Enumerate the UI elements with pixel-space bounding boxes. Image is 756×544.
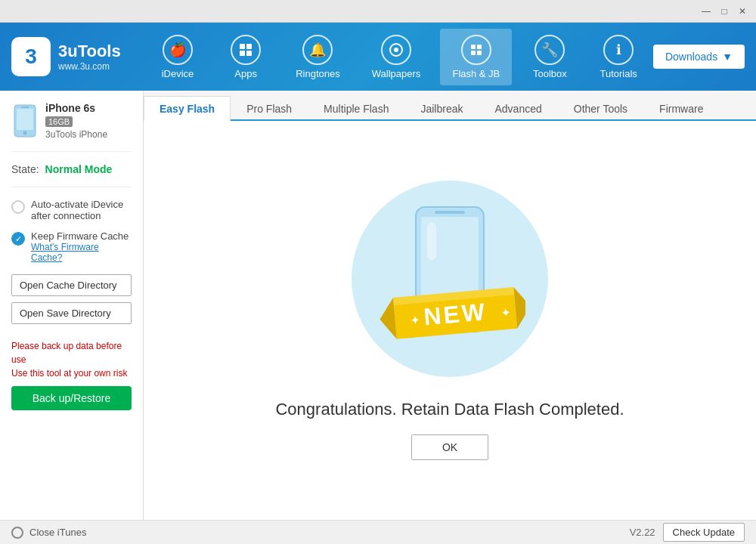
close-button[interactable]: ✕: [735, 4, 750, 19]
backup-restore-button[interactable]: Back up/Restore: [11, 386, 132, 410]
nav-idevice[interactable]: 🍎 iDevice: [147, 29, 208, 85]
svg-rect-0: [240, 44, 245, 49]
ringtones-label: Ringtones: [296, 68, 340, 79]
tab-easy-flash[interactable]: Easy Flash: [144, 96, 231, 121]
ok-button[interactable]: OK: [411, 434, 488, 460]
tab-pro-flash[interactable]: Pro Flash: [231, 96, 308, 121]
main-content: iPhone 6s 16GB 3uTools iPhone State: Nor…: [0, 91, 756, 520]
logo-symbol: 3: [25, 45, 37, 69]
downloads-label: Downloads: [665, 51, 717, 63]
nav-flash-jb[interactable]: Flash & JB: [440, 29, 512, 85]
warning-text: Please back up data before use Use this …: [11, 339, 132, 380]
window-controls: — □ ✕: [699, 4, 750, 19]
status-left: Close iTunes: [11, 527, 86, 539]
tab-other-tools[interactable]: Other Tools: [558, 96, 643, 121]
state-row: State: Normal Mode: [11, 163, 132, 175]
nav-apps[interactable]: Apps: [215, 29, 276, 85]
toolbox-label: Toolbox: [533, 68, 567, 79]
state-value: Normal Mode: [45, 163, 113, 175]
firmware-cache-link[interactable]: What's Firmware Cache?: [31, 242, 132, 263]
open-cache-dir-button[interactable]: Open Cache Directory: [11, 274, 132, 296]
firmware-cache-text: Keep Firmware Cache What's Firmware Cach…: [31, 230, 132, 263]
tab-firmware[interactable]: Firmware: [643, 96, 719, 121]
illustration: ✦ ✦ ✦: [352, 181, 548, 377]
phone-new-illustration: NEW ✦ ✦: [374, 196, 525, 362]
minimize-button[interactable]: —: [699, 4, 714, 19]
status-right: V2.22 Check Update: [630, 523, 745, 542]
nav-toolbox[interactable]: 🔧 Toolbox: [519, 29, 580, 85]
version-text: V2.22: [630, 527, 655, 538]
svg-point-5: [394, 48, 398, 52]
tab-advanced[interactable]: Advanced: [479, 96, 557, 121]
flash-jb-label: Flash & JB: [452, 68, 500, 79]
nav-ringtones[interactable]: 🔔 Ringtones: [284, 29, 352, 85]
apps-icon: [231, 35, 261, 65]
flash-jb-icon: [461, 35, 491, 65]
firmware-cache-label: Keep Firmware Cache: [31, 230, 132, 242]
sparkle-icon-2: ✦: [363, 218, 369, 227]
header: 3 3uTools www.3u.com 🍎 iDevice Apps 🔔 Ri…: [0, 23, 756, 91]
status-circle-icon: [11, 527, 23, 539]
idevice-label: iDevice: [162, 68, 194, 79]
downloads-button[interactable]: Downloads ▼: [653, 45, 745, 69]
svg-text:NEW: NEW: [423, 298, 488, 330]
auto-activate-option[interactable]: Auto-activate iDevice after connection: [11, 199, 132, 221]
state-section: State: Normal Mode: [11, 163, 132, 187]
svg-rect-11: [17, 109, 33, 130]
options-section: Auto-activate iDevice after connection K…: [11, 199, 132, 263]
nav-wallpapers[interactable]: Wallpapers: [360, 29, 433, 85]
svg-rect-18: [427, 222, 436, 260]
svg-rect-6: [471, 45, 476, 49]
title-bar: — □ ✕: [0, 0, 756, 23]
tab-jailbreak[interactable]: Jailbreak: [404, 96, 479, 121]
tutorials-label: Tutorials: [600, 68, 637, 79]
svg-rect-9: [477, 51, 482, 55]
svg-rect-1: [246, 44, 252, 49]
directory-buttons: Open Cache Directory Open Save Directory: [11, 274, 132, 324]
wallpapers-label: Wallpapers: [372, 68, 421, 79]
device-info: iPhone 6s 16GB 3uTools iPhone: [11, 102, 132, 152]
sparkle-icon-1: ✦: [524, 203, 533, 215]
congratulations-text: Congratulations. Retain Data Flash Compl…: [275, 400, 624, 419]
firmware-cache-option: Keep Firmware Cache What's Firmware Cach…: [11, 230, 132, 263]
app-url: www.3u.com: [58, 61, 121, 72]
logo-area: 3 3uTools www.3u.com: [0, 37, 144, 76]
wallpapers-icon: [381, 35, 411, 65]
state-label: State:: [11, 163, 39, 175]
tutorials-icon: ℹ: [603, 35, 634, 65]
svg-rect-7: [477, 45, 482, 49]
tabs: Easy Flash Pro Flash Multiple Flash Jail…: [144, 91, 756, 121]
svg-text:✦: ✦: [410, 314, 420, 327]
logo-icon: 3: [11, 37, 51, 76]
auto-activate-label: Auto-activate iDevice after connection: [31, 199, 132, 221]
sparkle-icon-3: ✦: [534, 323, 541, 332]
nav-items: 🍎 iDevice Apps 🔔 Ringtones Wallpapers Fl…: [144, 23, 653, 91]
app-name: 3uTools: [58, 42, 121, 61]
firmware-cache-checkbox[interactable]: [11, 232, 25, 246]
content-area: Easy Flash Pro Flash Multiple Flash Jail…: [144, 91, 756, 520]
svg-rect-2: [240, 51, 245, 56]
ringtones-icon: 🔔: [302, 35, 333, 65]
idevice-icon: 🍎: [163, 35, 193, 65]
apps-label: Apps: [234, 68, 257, 79]
svg-rect-8: [471, 51, 476, 55]
flash-content: ✦ ✦ ✦: [144, 121, 756, 520]
device-storage: 16GB: [45, 116, 73, 127]
sidebar: iPhone 6s 16GB 3uTools iPhone State: Nor…: [0, 91, 144, 520]
check-update-button[interactable]: Check Update: [663, 523, 745, 542]
svg-point-12: [23, 131, 26, 135]
nav-tutorials[interactable]: ℹ Tutorials: [587, 29, 649, 85]
tab-multiple-flash[interactable]: Multiple Flash: [308, 96, 404, 121]
svg-rect-16: [435, 211, 465, 214]
svg-rect-13: [21, 107, 29, 108]
warning-line2: Use this tool at your own risk: [11, 366, 132, 380]
toolbox-icon: 🔧: [534, 35, 565, 65]
logo-text: 3uTools www.3u.com: [58, 42, 121, 72]
device-details: iPhone 6s 16GB 3uTools iPhone: [45, 102, 107, 140]
device-name: iPhone 6s: [45, 102, 107, 114]
warning-line1: Please back up data before use: [11, 339, 132, 366]
open-save-dir-button[interactable]: Open Save Directory: [11, 302, 132, 324]
maximize-button[interactable]: □: [717, 4, 732, 19]
device-phone-icon: [11, 104, 38, 138]
auto-activate-checkbox[interactable]: [11, 200, 25, 214]
